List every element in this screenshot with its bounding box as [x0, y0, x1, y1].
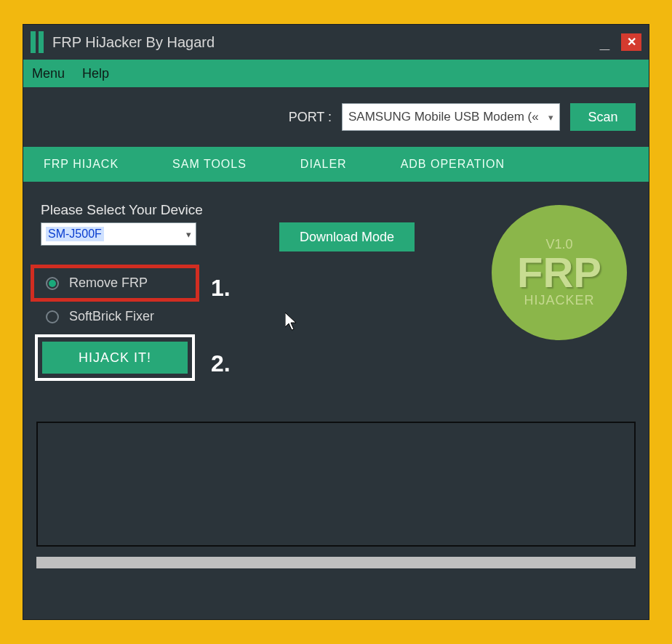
window-title: FRP HiJacker By Hagard — [52, 34, 215, 51]
chevron-down-icon: ▾ — [186, 229, 191, 240]
softbrick-radio[interactable]: SoftBrick Fixer — [31, 302, 199, 331]
chevron-down-icon: ▾ — [548, 112, 553, 123]
tabbar: FRP HIJACK SAM TOOLS DIALER ADB OPERATIO… — [23, 147, 649, 182]
step-2-label: 2. — [211, 350, 231, 377]
titlebar: FRP HiJacker By Hagard _ ✕ — [23, 25, 649, 60]
logo-subtext: HIJACKER — [524, 293, 594, 308]
frp-logo: V1.0 FRP HIJACKER — [492, 205, 627, 340]
radio-unselected-icon — [46, 310, 59, 323]
logo-text: FRP — [517, 252, 601, 292]
hijack-highlight: HIJACK IT! — [35, 334, 195, 381]
download-mode-button[interactable]: Download Mode — [279, 222, 415, 251]
menubar: Menu Help — [23, 60, 649, 87]
close-button[interactable]: ✕ — [621, 33, 641, 51]
app-icon — [31, 31, 44, 53]
device-select[interactable]: SM-J500F ▾ — [41, 222, 196, 246]
port-row: PORT : SAMSUNG Mobile USB Modem (« ▾ Sca… — [23, 87, 649, 147]
tab-dialer[interactable]: DIALER — [300, 158, 347, 171]
remove-frp-radio[interactable]: Remove FRP — [34, 268, 196, 298]
scan-button[interactable]: Scan — [570, 103, 636, 131]
tab-adb-operation[interactable]: ADB OPERATION — [401, 158, 505, 171]
radio-group: Remove FRP SoftBrick Fixer HIJACK IT! — [31, 265, 199, 381]
cursor-icon — [285, 313, 300, 336]
port-select-value: SAMSUNG Mobile USB Modem (« — [348, 110, 539, 124]
port-label: PORT : — [289, 110, 332, 125]
app-window: FRP HiJacker By Hagard _ ✕ Menu Help POR… — [23, 24, 649, 620]
minimize-button[interactable]: _ — [593, 32, 617, 52]
device-select-value: SM-J500F — [46, 227, 104, 241]
status-strip — [36, 557, 636, 568]
port-select[interactable]: SAMSUNG Mobile USB Modem (« ▾ — [342, 103, 560, 131]
remove-frp-label: Remove FRP — [69, 275, 148, 291]
remove-frp-highlight: Remove FRP — [31, 265, 199, 302]
softbrick-label: SoftBrick Fixer — [69, 309, 154, 324]
output-panel — [36, 422, 636, 547]
menu-item-help[interactable]: Help — [82, 66, 109, 81]
content-panel: Please Select Your Device SM-J500F ▾ Dow… — [23, 182, 649, 422]
radio-selected-icon — [46, 277, 59, 290]
hijack-button[interactable]: HIJACK IT! — [42, 342, 188, 374]
menu-item-menu[interactable]: Menu — [32, 66, 65, 81]
tab-frp-hijack[interactable]: FRP HIJACK — [44, 158, 119, 171]
tab-sam-tools[interactable]: SAM TOOLS — [172, 158, 247, 171]
step-1-label: 1. — [211, 275, 231, 302]
